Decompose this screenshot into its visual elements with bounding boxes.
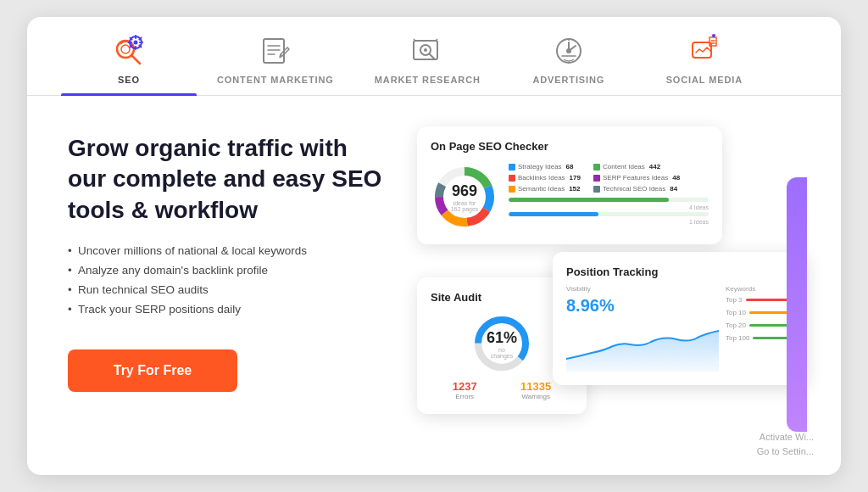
watermark-line2: Go to Settin... bbox=[757, 444, 814, 459]
stat-value-5: 84 bbox=[670, 185, 677, 193]
audit-errors-value: 1237 bbox=[453, 380, 477, 393]
side-accent bbox=[787, 177, 807, 432]
audit-warnings-value: 11335 bbox=[520, 380, 551, 393]
stat-label-3: SERP Features Ideas bbox=[603, 174, 668, 182]
stat-label-0: Strategy Ideas bbox=[518, 163, 562, 171]
seo-donut-chart: 969 ideas for162 pages bbox=[431, 163, 498, 231]
position-title: Position Tracking bbox=[566, 266, 793, 278]
main-card: SEO CONTENT MARKETING bbox=[27, 17, 841, 475]
svg-line-2 bbox=[131, 55, 140, 64]
visibility-label: Visibility bbox=[566, 285, 726, 293]
tab-social-label: SOCIAL MEDIA bbox=[666, 75, 743, 85]
stat-value-0: 68 bbox=[566, 163, 574, 171]
tab-advertising-label: ADVERTISING bbox=[532, 75, 604, 85]
feature-item-1: Uncover millions of national & local key… bbox=[68, 244, 390, 257]
visibility-value: 8.96% bbox=[566, 296, 726, 316]
stat-value-4: 152 bbox=[569, 185, 580, 193]
right-panel: On Page SEO Checker bbox=[417, 126, 800, 444]
svg-point-26 bbox=[566, 48, 571, 53]
prog-label-2: 1 Ideas bbox=[689, 219, 709, 225]
feature-item-2: Analyze any domain's backlink profile bbox=[68, 264, 390, 277]
kw-label-0: Top 3 bbox=[726, 296, 743, 304]
kw-label-2: Top 20 bbox=[726, 321, 746, 329]
market-research-icon bbox=[409, 32, 446, 70]
advertising-icon bbox=[550, 32, 587, 70]
seo-score-sub: ideas for162 pages bbox=[451, 200, 479, 212]
svg-point-1 bbox=[121, 45, 130, 53]
stat-value-3: 48 bbox=[672, 174, 680, 182]
stat-label-2: Backlinks Ideas bbox=[518, 174, 565, 182]
progress-bars: 4 Ideas 1 Ideas bbox=[509, 198, 709, 225]
tab-market-research[interactable]: MARKET RESEARCH bbox=[354, 17, 501, 95]
audit-pct: 61% bbox=[487, 329, 517, 347]
feature-item-3: Run technical SEO audits bbox=[68, 283, 390, 296]
stat-label-4: Semantic Ideas bbox=[518, 185, 565, 193]
cta-button[interactable]: Try For Free bbox=[68, 349, 237, 392]
left-panel: Grow organic traffic with our complete a… bbox=[68, 126, 390, 444]
position-tracking-card: Position Tracking Visibility 8.96% bbox=[553, 252, 807, 385]
feature-item-4: Track your SERP positions daily bbox=[68, 303, 390, 316]
hero-heading: Grow organic traffic with our complete a… bbox=[68, 133, 390, 226]
svg-point-21 bbox=[424, 48, 427, 52]
svg-rect-29 bbox=[693, 42, 711, 58]
svg-rect-13 bbox=[264, 39, 284, 63]
stat-value-2: 179 bbox=[570, 174, 581, 182]
watermark-line1: Activate Wi... bbox=[757, 430, 814, 444]
visibility-section: Visibility 8.96% bbox=[566, 285, 726, 372]
tab-social-media[interactable]: SOCIAL MEDIA bbox=[637, 17, 772, 95]
seo-score: 969 bbox=[452, 182, 477, 199]
seo-icon bbox=[110, 32, 147, 70]
stat-label-1: Content Ideas bbox=[603, 163, 645, 171]
tab-advertising[interactable]: ADVERTISING bbox=[501, 17, 637, 95]
feature-list: Uncover millions of national & local key… bbox=[68, 244, 390, 322]
svg-point-32 bbox=[712, 34, 715, 37]
keywords-label: Keywords bbox=[726, 285, 793, 293]
svg-line-22 bbox=[430, 54, 434, 59]
tab-seo-label: SEO bbox=[118, 75, 140, 85]
keywords-section: Keywords Top 3 Top 10 Top 20 bbox=[726, 285, 793, 372]
visibility-chart bbox=[566, 321, 726, 372]
social-media-icon bbox=[686, 32, 723, 70]
content-marketing-icon bbox=[257, 32, 294, 70]
audit-errors-label: Errors bbox=[453, 393, 477, 400]
tab-content-marketing[interactable]: CONTENT MARKETING bbox=[197, 17, 354, 95]
audit-warnings-label: Warnings bbox=[520, 393, 551, 400]
kw-label-3: Top 100 bbox=[726, 334, 749, 342]
main-content: Grow organic traffic with our complete a… bbox=[27, 96, 841, 475]
tab-seo[interactable]: SEO bbox=[61, 17, 197, 95]
activate-windows-watermark: Activate Wi... Go to Settin... bbox=[757, 430, 814, 458]
tab-content-label: CONTENT MARKETING bbox=[217, 75, 334, 85]
stat-label-5: Technical SEO Ideas bbox=[603, 185, 665, 193]
seo-checker-card: On Page SEO Checker bbox=[417, 126, 722, 244]
prog-label-1: 4 Ideas bbox=[689, 204, 709, 210]
audit-stats: 1237 Errors 11335 Warnings bbox=[431, 380, 573, 400]
nav-tabs: SEO CONTENT MARKETING bbox=[27, 17, 841, 96]
audit-sub: no changes bbox=[487, 347, 517, 359]
seo-checker-title: On Page SEO Checker bbox=[431, 140, 709, 153]
stat-value-1: 442 bbox=[649, 163, 660, 171]
site-audit-title: Site Audit bbox=[431, 291, 573, 304]
kw-label-1: Top 10 bbox=[726, 309, 746, 316]
svg-point-12 bbox=[134, 41, 138, 45]
tab-market-label: MARKET RESEARCH bbox=[375, 75, 481, 85]
seo-stats: Strategy Ideas 68 Content Ideas 442 bbox=[509, 163, 709, 225]
